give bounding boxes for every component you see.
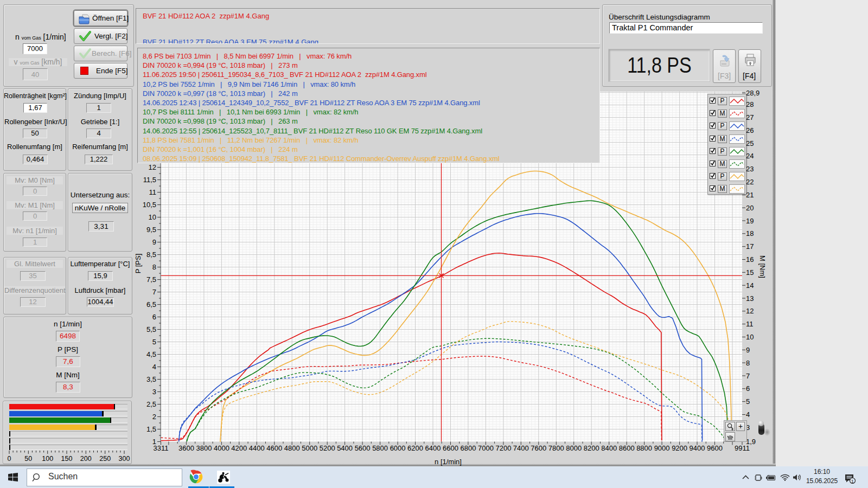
svg-text:27: 27 [746, 113, 754, 121]
svg-text:9: 9 [152, 238, 156, 246]
svg-text:8200: 8200 [584, 444, 599, 452]
svg-text:11: 11 [746, 320, 754, 328]
svg-text:12: 12 [149, 163, 156, 171]
svg-text:22: 22 [746, 178, 754, 186]
svg-text:8600: 8600 [619, 444, 635, 452]
svg-text:7: 7 [746, 372, 750, 380]
svg-text:11: 11 [149, 188, 157, 196]
svg-text:8,5: 8,5 [146, 251, 156, 259]
svg-text:16: 16 [746, 255, 754, 264]
svg-text:6,5: 6,5 [146, 300, 156, 309]
svg-text:5,5: 5,5 [146, 325, 156, 333]
svg-text:7400: 7400 [513, 444, 529, 452]
svg-text:10,5: 10,5 [143, 201, 156, 209]
svg-text:4600: 4600 [266, 444, 282, 452]
svg-text:4000: 4000 [214, 444, 229, 452]
svg-text:10: 10 [149, 213, 156, 221]
svg-text:7000: 7000 [478, 444, 494, 452]
svg-text:3,5: 3,5 [146, 375, 156, 383]
svg-text:4,5: 4,5 [146, 350, 156, 358]
svg-text:9,5: 9,5 [146, 226, 156, 234]
svg-text:n [1/min]: n [1/min] [435, 458, 462, 466]
svg-text:20: 20 [746, 204, 754, 212]
svg-text:4: 4 [746, 410, 750, 419]
svg-text:3600: 3600 [178, 444, 194, 452]
svg-text:3800: 3800 [196, 444, 212, 452]
svg-text:12: 12 [746, 307, 754, 315]
svg-text:17: 17 [746, 242, 754, 251]
svg-text:7: 7 [152, 288, 156, 296]
svg-text:14: 14 [746, 281, 754, 290]
svg-text:19: 19 [746, 217, 754, 225]
svg-text:8: 8 [152, 263, 156, 271]
svg-text:15: 15 [746, 268, 754, 277]
svg-text:5: 5 [746, 397, 750, 406]
svg-text:28: 28 [746, 100, 754, 108]
svg-text:5200: 5200 [320, 444, 335, 452]
svg-text:M [Nm]: M [Nm] [758, 255, 767, 278]
svg-text:4400: 4400 [249, 444, 265, 452]
svg-text:3: 3 [152, 388, 156, 396]
svg-text:28,9: 28,9 [746, 89, 760, 97]
svg-text:5: 5 [152, 338, 156, 346]
svg-text:6: 6 [746, 384, 750, 393]
svg-text:2: 2 [152, 413, 156, 421]
svg-text:9600: 9600 [707, 444, 723, 452]
svg-text:7,5: 7,5 [146, 275, 156, 284]
svg-text:9: 9 [746, 346, 750, 354]
svg-text:2,5: 2,5 [146, 400, 156, 408]
svg-text:9000: 9000 [654, 444, 670, 452]
svg-text:8400: 8400 [601, 444, 617, 452]
svg-text:9200: 9200 [672, 444, 687, 452]
svg-text:6200: 6200 [407, 444, 423, 452]
svg-text:1,5: 1,5 [146, 425, 156, 433]
svg-text:21: 21 [746, 191, 754, 199]
svg-text:4: 4 [152, 363, 156, 371]
svg-text:P [PS]: P [PS] [134, 254, 142, 274]
svg-text:7200: 7200 [495, 444, 511, 452]
svg-text:24: 24 [746, 152, 754, 160]
svg-text:11,5: 11,5 [143, 176, 156, 184]
svg-text:8800: 8800 [636, 444, 652, 452]
svg-text:23: 23 [746, 165, 754, 173]
svg-text:18: 18 [746, 229, 754, 237]
svg-text:5400: 5400 [337, 444, 353, 452]
svg-text:6000: 6000 [390, 444, 406, 452]
svg-text:5600: 5600 [355, 444, 371, 452]
svg-text:4800: 4800 [284, 444, 300, 452]
svg-text:1: 1 [152, 438, 156, 446]
svg-text:7600: 7600 [531, 444, 546, 452]
svg-text:25: 25 [746, 139, 754, 147]
svg-text:5800: 5800 [372, 444, 388, 452]
svg-text:9400: 9400 [690, 444, 705, 452]
svg-text:5000: 5000 [302, 444, 317, 452]
svg-text:8: 8 [746, 359, 750, 367]
svg-text:10: 10 [746, 333, 754, 341]
svg-text:7800: 7800 [548, 444, 564, 452]
svg-text:6400: 6400 [425, 444, 441, 452]
svg-text:26: 26 [746, 126, 754, 134]
svg-text:8000: 8000 [566, 444, 582, 452]
svg-text:1,9: 1,9 [746, 438, 756, 446]
svg-text:6600: 6600 [443, 444, 458, 452]
svg-text:4200: 4200 [231, 444, 247, 452]
svg-text:6800: 6800 [460, 444, 476, 452]
svg-text:6: 6 [152, 313, 156, 321]
svg-text:13: 13 [746, 294, 754, 303]
svg-text:1: 1 [851, 478, 854, 484]
